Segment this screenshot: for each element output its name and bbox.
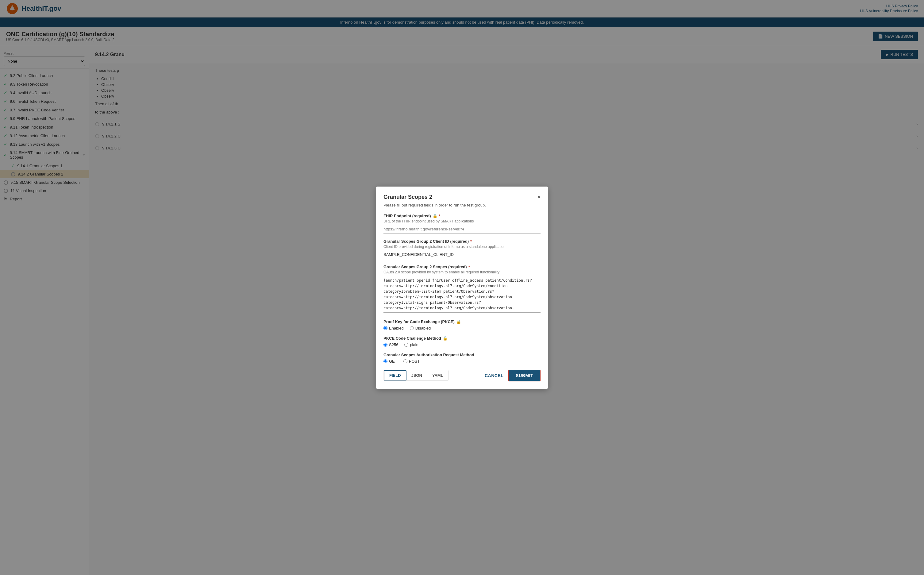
pkce-method-group: PKCE Code Challenge Method 🔒 S256 plain: [383, 336, 541, 347]
submit-button[interactable]: SUBMIT: [508, 370, 541, 381]
tab-json[interactable]: JSON: [406, 370, 427, 380]
auth-method-label: Granular Scopes Authorization Request Me…: [383, 353, 541, 357]
client-id-hint: Client ID provided during registration o…: [383, 245, 541, 249]
pkce-radio-group: Enabled Disabled: [383, 326, 541, 330]
pkce-label: Proof Key for Code Exchange (PKCE) 🔒: [383, 319, 541, 324]
fhir-endpoint-hint: URL of the FHIR endpoint used by SMART a…: [383, 219, 541, 223]
tab-field[interactable]: FIELD: [384, 370, 406, 380]
modal-title: Granular Scopes 2: [383, 194, 432, 200]
pkce-disabled-text: Disabled: [415, 326, 431, 330]
pkce-s256-radio[interactable]: [383, 343, 387, 347]
auth-get-label[interactable]: GET: [383, 359, 397, 364]
auth-post-radio[interactable]: [403, 359, 407, 363]
modal-close-button[interactable]: ×: [537, 194, 541, 200]
modal-subtitle: Please fill out required fields in order…: [383, 203, 541, 207]
pkce-disabled-radio[interactable]: [410, 326, 414, 330]
pkce-disabled-label[interactable]: Disabled: [410, 326, 431, 330]
scopes-hint: OAuth 2.0 scope provided by system to en…: [383, 270, 541, 274]
client-id-label: Granular Scopes Group 2 Client ID (requi…: [383, 239, 541, 244]
client-id-group: Granular Scopes Group 2 Client ID (requi…: [383, 239, 541, 259]
fhir-endpoint-group: FHIR Endpoint (required) 🔒 * URL of the …: [383, 214, 541, 233]
auth-get-radio[interactable]: [383, 359, 387, 363]
modal-footer: FIELD JSON YAML CANCEL SUBMIT: [383, 370, 541, 381]
pkce-plain-text: plain: [410, 342, 418, 347]
tab-yaml[interactable]: YAML: [427, 370, 448, 380]
scopes-textarea[interactable]: launch/patient openid fhirUser offline_a…: [383, 276, 541, 313]
pkce-plain-label[interactable]: plain: [404, 342, 418, 347]
auth-method-radio-group: GET POST: [383, 359, 541, 364]
scopes-group: Granular Scopes Group 2 Scopes (required…: [383, 264, 541, 314]
pkce-s256-text: S256: [389, 342, 398, 347]
modal-header: Granular Scopes 2 ×: [383, 194, 541, 200]
modal-actions: CANCEL SUBMIT: [485, 370, 541, 381]
scopes-label: Granular Scopes Group 2 Scopes (required…: [383, 264, 541, 269]
pkce-s256-label[interactable]: S256: [383, 342, 398, 347]
cancel-button[interactable]: CANCEL: [485, 373, 503, 378]
pkce-enabled-label[interactable]: Enabled: [383, 326, 404, 330]
fhir-endpoint-input[interactable]: [383, 225, 541, 233]
pkce-method-radio-group: S256 plain: [383, 342, 541, 347]
lock-icon: 🔒: [443, 336, 448, 341]
modal-tabs: FIELD JSON YAML: [383, 370, 449, 381]
client-id-input[interactable]: [383, 250, 541, 259]
lock-icon: 🔒: [433, 214, 437, 218]
pkce-enabled-radio[interactable]: [383, 326, 387, 330]
auth-post-text: POST: [409, 359, 420, 364]
modal-overlay[interactable]: Granular Scopes 2 × Please fill out requ…: [0, 0, 924, 575]
fhir-endpoint-label: FHIR Endpoint (required) 🔒 *: [383, 214, 541, 218]
modal-dialog: Granular Scopes 2 × Please fill out requ…: [376, 187, 548, 389]
pkce-enabled-text: Enabled: [389, 326, 404, 330]
auth-method-group: Granular Scopes Authorization Request Me…: [383, 353, 541, 364]
auth-post-label[interactable]: POST: [403, 359, 420, 364]
lock-icon: 🔒: [456, 319, 461, 324]
pkce-group: Proof Key for Code Exchange (PKCE) 🔒 Ena…: [383, 319, 541, 330]
pkce-method-label: PKCE Code Challenge Method 🔒: [383, 336, 541, 341]
pkce-plain-radio[interactable]: [404, 343, 408, 347]
auth-get-text: GET: [389, 359, 397, 364]
